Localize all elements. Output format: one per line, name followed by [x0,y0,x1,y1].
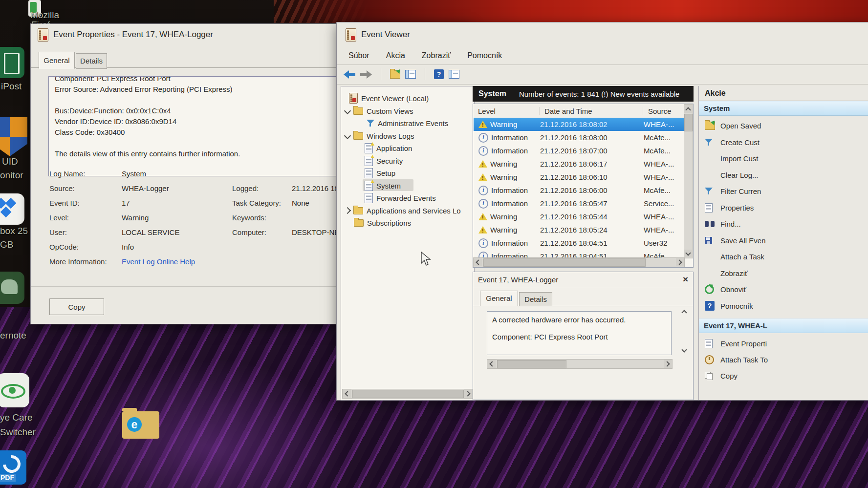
menu-zobrazit[interactable]: Zobraziť [421,49,452,62]
back-button-icon[interactable] [344,70,355,79]
show-hide-action-pane-icon[interactable] [449,70,459,79]
eye-care-label-1[interactable]: ye Care [0,412,33,423]
preview-scroll-down-button[interactable] [680,346,688,355]
events-scroll-thumb[interactable] [684,114,693,131]
save-icon [705,237,712,244]
scroll-down-button[interactable] [684,250,692,258]
tab-details[interactable]: Details [76,53,107,69]
foxit-pdf-icon[interactable]: PDF [0,450,26,485]
event-row[interactable]: Warning21.12.2016 18:06:10WHEA-... [474,170,685,184]
tree-scroll-thumb[interactable] [352,390,464,398]
tree-horizontal-scrollbar[interactable] [342,389,473,399]
event-row[interactable]: Information21.12.2016 18:05:47Service... [474,197,685,210]
chevron-down-icon[interactable] [344,132,351,139]
action-attach-task[interactable]: Attach a Task [699,249,868,264]
preview-scroll-up-button[interactable] [680,307,688,316]
preview-tab-details[interactable]: Details [519,292,552,306]
chevron-right-icon[interactable] [345,207,351,214]
event-row[interactable]: Warning21.12.2016 18:08:02WHEA-... [474,118,685,131]
column-source[interactable]: Source [643,107,685,115]
preview-hscroll-thumb[interactable] [497,360,566,368]
column-date-time[interactable]: Date and Time [540,107,643,115]
close-icon[interactable]: × [683,274,688,285]
action-event-properties[interactable]: Event Properti [699,336,868,351]
event-viewer-titlebar[interactable]: Event Viewer [337,22,868,47]
tree-item-security[interactable]: Security [365,155,403,167]
dropbox-label-1[interactable]: box 25 [0,226,28,236]
tree-item-forwarded-events[interactable]: Forwarded Events [365,192,436,204]
event-row[interactable]: Information21.12.2016 18:08:00McAfe... [474,131,685,144]
evernote-label[interactable]: ernote [0,330,26,341]
pdf-icon-text: PDF [0,474,16,482]
open-saved-log-icon[interactable] [390,70,400,79]
tree-item-windows-logs[interactable]: Windows Logs [345,130,414,142]
actions-section-system[interactable]: System [699,101,868,116]
scroll-left-button[interactable] [487,360,496,368]
copy-button[interactable]: Copy [49,298,104,315]
event-row[interactable]: Information21.12.2016 18:06:00McAfe... [474,184,685,197]
evernote-icon[interactable] [0,272,24,304]
tree-item-subscriptions[interactable]: Subscriptions [354,217,411,229]
forward-button-icon[interactable] [360,70,372,79]
show-hide-console-tree-icon[interactable] [405,70,416,79]
tree-item-applications-services[interactable]: Applications and Services Lo [345,205,471,216]
scroll-right-button[interactable] [664,360,672,368]
events-vertical-scrollbar[interactable] [684,104,693,258]
preview-horizontal-scrollbar[interactable] [487,359,673,369]
event-row[interactable]: Warning21.12.2016 18:05:44WHEA-... [474,210,685,223]
menu-akcia[interactable]: Akcia [385,49,406,62]
tree-item-setup[interactable]: Setup [365,167,395,179]
firefox-label[interactable]: Mozilla [30,10,59,21]
action-filter-current-log[interactable]: Filter Curren [699,184,868,198]
action-clear-log[interactable]: Clear Log... [699,168,868,182]
tree-item-root[interactable]: Event Viewer (Local) [349,92,429,104]
action-create-custom-view[interactable]: Create Cust [699,135,868,149]
event-row[interactable]: Information21.12.2016 18:07:00McAfe... [474,144,685,157]
uid-monitor-label-2[interactable]: onitor [0,170,23,181]
preview-tab-general[interactable]: General [480,291,518,306]
scroll-left-button[interactable] [343,389,351,398]
action-save-all-events[interactable]: Save All Even [699,233,868,248]
event-log-online-help-link[interactable]: Event Log Online Help [122,257,195,266]
actions-section-event17[interactable]: Event 17, WHEA-L [699,318,868,333]
eye-care-switcher-icon[interactable] [0,373,29,407]
event-row[interactable]: Warning21.12.2016 18:05:24WHEA-... [474,223,685,236]
ipost-icon[interactable] [0,47,24,78]
action-import-custom-view[interactable]: Import Cust [699,151,868,166]
action-copy[interactable]: Copy [699,368,868,383]
scroll-right-button[interactable] [464,389,473,398]
help-toolbar-icon[interactable] [434,69,444,79]
edge-folder-icon[interactable]: e [122,411,159,439]
action-attach-task-to-event[interactable]: Attach Task To [699,352,868,367]
action-find[interactable]: Find... [699,216,868,231]
scroll-left-button[interactable] [474,258,482,266]
uid-monitor-label-1[interactable]: UID [2,156,18,167]
event-row[interactable]: Information21.12.2016 18:04:51User32 [474,236,685,250]
dropbox-label-2[interactable]: GB [0,239,13,250]
menu-subor[interactable]: Súbor [347,49,370,62]
chevron-down-icon[interactable] [344,107,351,114]
tree-item-application[interactable]: Application [365,142,412,154]
tree-item-system[interactable]: System [365,180,401,191]
tab-general[interactable]: General [39,52,75,69]
event-row[interactable]: Warning21.12.2016 18:06:17WHEA-... [474,157,685,170]
dropbox-icon[interactable] [0,193,24,225]
tree-item-administrative-events[interactable]: Administrative Events [367,117,448,129]
eye-care-label-2[interactable]: Switcher [0,427,36,438]
action-help[interactable]: Pomocník [699,298,868,313]
action-open-saved-log[interactable]: Open Saved [699,118,868,133]
action-refresh[interactable]: Obnoviť [699,282,868,297]
menu-pomocnik[interactable]: Pomocník [466,49,503,62]
log-name-label: Log Name: [49,170,85,178]
events-horizontal-scrollbar[interactable] [473,257,685,267]
preview-title: Event 17, WHEA-Logger [478,276,558,284]
scroll-right-button[interactable] [676,258,684,266]
tree-item-custom-views[interactable]: Custom Views [345,105,413,117]
action-properties[interactable]: Properties [699,200,868,215]
ipost-label[interactable]: iPost [1,81,22,92]
action-view[interactable]: Zobraziť [699,266,868,280]
preview-description-box[interactable]: A corrected hardware error has occurred.… [487,311,672,355]
column-level[interactable]: Level [473,107,540,115]
scroll-up-button[interactable] [684,105,692,113]
events-hscroll-thumb[interactable] [483,258,646,267]
